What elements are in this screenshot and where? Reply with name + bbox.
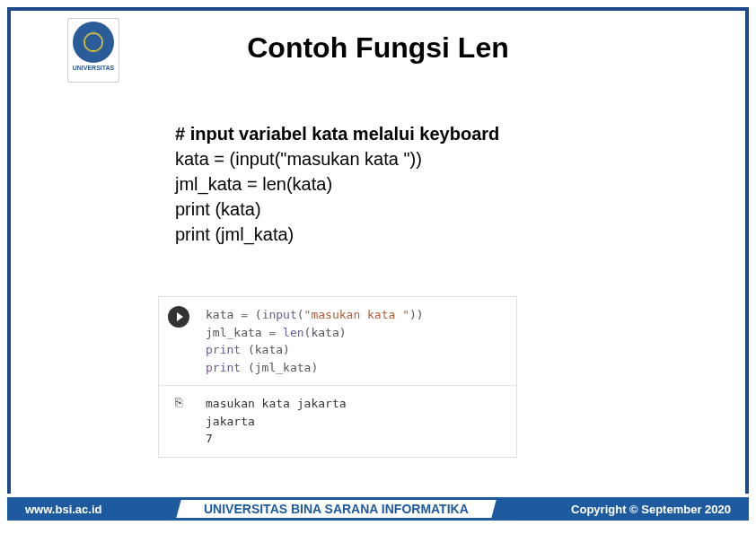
code-row-3: print (kata) xyxy=(206,341,509,359)
code-line-4: print (kata) xyxy=(175,197,499,222)
footer-institution: UNIVERSITAS BINA SARANA INFORMATIKA xyxy=(177,500,497,518)
footer-copyright: Copyright © September 2020 xyxy=(571,503,731,516)
code-var: kata xyxy=(206,308,233,321)
play-triangle-icon xyxy=(177,312,183,321)
code-output: masukan kata jakarta jakarta 7 xyxy=(198,386,516,457)
code-row-2: jml_kata = len(kata) xyxy=(206,324,509,342)
code-fn: input xyxy=(262,308,297,321)
output-line-3: 7 xyxy=(206,430,509,448)
logo-label: UNIVERSITAS xyxy=(73,65,115,71)
code-eq: = xyxy=(262,326,283,339)
slide-title: Contoh Fungsi Len xyxy=(0,31,756,65)
code-fn: print xyxy=(206,343,241,356)
code-arg: kata xyxy=(311,326,338,339)
code-fn: print xyxy=(206,361,241,374)
code-input-row: kata = (input("masukan kata ")) jml_kata… xyxy=(159,297,516,386)
content-block: # input variabel kata melalui keyboard k… xyxy=(175,121,499,247)
code-output-row: ⎘ masukan kata jakarta jakarta 7 xyxy=(159,386,516,457)
code-paren: ( xyxy=(248,361,255,374)
code-sp xyxy=(241,343,248,356)
footer: www.bsi.ac.id UNIVERSITAS BINA SARANA IN… xyxy=(7,497,749,521)
code-row-4: print (jml_kata) xyxy=(206,359,509,377)
footer-url: www.bsi.ac.id xyxy=(25,503,101,516)
footer-institution-text: UNIVERSITAS BINA SARANA INFORMATIKA xyxy=(204,502,469,516)
code-paren: ( xyxy=(297,308,304,321)
output-gutter: ⎘ xyxy=(159,386,198,457)
output-line-1: masukan kata jakarta xyxy=(206,395,509,413)
code-eq: = xyxy=(233,308,254,321)
code-paren: )) xyxy=(409,308,424,321)
code-row-1: kata = (input("masukan kata ")) xyxy=(206,306,509,324)
code-paren: ( xyxy=(255,308,262,321)
code-paren: ) xyxy=(339,326,347,339)
code-paren: ) xyxy=(283,343,290,356)
code-paren: ( xyxy=(248,343,255,356)
output-arrow-icon: ⎘ xyxy=(175,395,182,409)
code-arg: kata xyxy=(255,343,283,356)
code-input: kata = (input("masukan kata ")) jml_kata… xyxy=(198,297,516,385)
code-line-2: kata = (input("masukan kata ")) xyxy=(175,146,499,171)
border-left xyxy=(7,7,11,494)
border-top xyxy=(7,7,749,11)
code-comment: # input variabel kata melalui keyboard xyxy=(175,121,499,146)
output-line-2: jakarta xyxy=(206,413,509,431)
play-icon[interactable] xyxy=(168,306,189,328)
code-line-3: jml_kata = len(kata) xyxy=(175,171,499,197)
code-cell: kata = (input("masukan kata ")) jml_kata… xyxy=(158,296,517,458)
code-fn: len xyxy=(283,326,303,339)
run-gutter[interactable] xyxy=(159,297,198,385)
code-var: jml_kata xyxy=(206,326,262,339)
code-str: "masukan kata " xyxy=(304,308,409,321)
border-right xyxy=(745,7,749,494)
code-sp xyxy=(241,361,248,374)
code-arg: jml_kata xyxy=(255,361,312,374)
code-line-5: print (jml_kata) xyxy=(175,222,499,247)
code-paren: ) xyxy=(311,361,318,374)
